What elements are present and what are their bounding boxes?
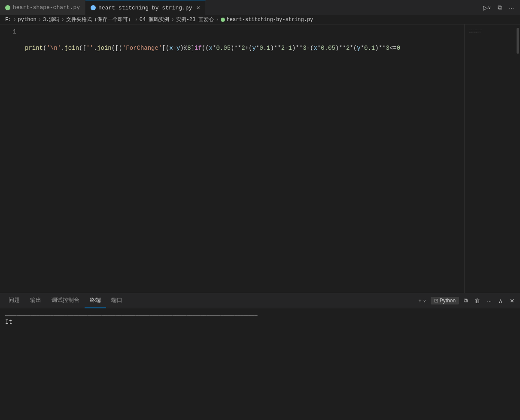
tab-heart-shape-chart[interactable]: heart-shape-chart.py bbox=[0, 0, 85, 15]
plus-icon: + bbox=[418, 298, 422, 304]
line-number-1: 1 bbox=[13, 28, 16, 35]
add-terminal-button[interactable]: + ∨ bbox=[416, 296, 428, 305]
file-icon-tab2 bbox=[91, 5, 96, 10]
terminal-type-button[interactable]: ⊡ Python bbox=[431, 297, 459, 304]
breadcrumb: F: › python › 3.源码 › 文件夹格式（保存一个即可） › 04 … bbox=[0, 15, 520, 24]
panel-maximize-button[interactable]: ∧ bbox=[496, 296, 505, 305]
panel-more-button[interactable]: ··· bbox=[485, 296, 494, 305]
breadcrumb-example-23[interactable]: 实例-23 画爱心 bbox=[176, 16, 214, 23]
scrollbar-thumb[interactable] bbox=[517, 28, 519, 54]
minimap-content: print('\n'.join([''.join [('ForChange'[(… bbox=[465, 24, 516, 38]
breadcrumb-examples[interactable]: 04 源码实例 bbox=[140, 16, 170, 23]
add-chevron-icon: ∨ bbox=[423, 298, 426, 303]
panel-more-icon: ··· bbox=[487, 298, 492, 304]
terminal-separator: ────────────────────────────────────────… bbox=[5, 313, 258, 318]
panel-tab-output[interactable]: 输出 bbox=[25, 293, 46, 308]
more-icon: ··· bbox=[509, 4, 514, 11]
line-numbers: 1 bbox=[0, 24, 21, 293]
split-icon: ⧉ bbox=[498, 4, 502, 11]
panel-tab-debug-label: 调试控制台 bbox=[52, 296, 79, 304]
breadcrumb-sep-3: › bbox=[61, 17, 64, 23]
panel-tab-terminal[interactable]: 终端 bbox=[85, 293, 106, 308]
tab-bar: heart-shape-chart.py heart-stitching-by-… bbox=[0, 0, 520, 15]
panel-tab-terminal-label: 终端 bbox=[90, 296, 101, 304]
trash-icon: 🗑 bbox=[474, 298, 480, 304]
code-line-1: print('\n'.join([''.join([('ForChange'[(… bbox=[25, 44, 464, 52]
panel-close-icon: ✕ bbox=[510, 298, 514, 304]
breadcrumb-sep-4: › bbox=[135, 17, 138, 23]
panel-tab-ports[interactable]: 端口 bbox=[106, 293, 128, 308]
run-button[interactable]: ▷ ∨ bbox=[480, 3, 493, 13]
kill-terminal-button[interactable]: 🗑 bbox=[472, 296, 482, 305]
breadcrumb-sep-1: › bbox=[13, 17, 16, 23]
terminal-text: It bbox=[5, 319, 12, 326]
panel-close-button[interactable]: ✕ bbox=[508, 296, 517, 305]
minimap: print('\n'.join([''.join [('ForChange'[(… bbox=[464, 24, 516, 293]
tab-heart-stitching[interactable]: heart-stitching-by-string.py ✕ bbox=[85, 0, 206, 15]
panel-tab-problems-label: 问题 bbox=[9, 296, 20, 304]
panel-tab-ports-label: 端口 bbox=[111, 296, 122, 304]
tab-label-2: heart-stitching-by-string.py bbox=[98, 5, 192, 11]
terminal-shell-icon: ⊡ bbox=[434, 298, 438, 304]
panel-tab-debug-console[interactable]: 调试控制台 bbox=[46, 293, 85, 308]
breadcrumb-file[interactable]: heart-stitching-by-string.py bbox=[221, 17, 313, 23]
breadcrumb-folder-format[interactable]: 文件夹格式（保存一个即可） bbox=[66, 16, 133, 23]
panel-tab-output-label: 输出 bbox=[30, 296, 41, 304]
terminal-content[interactable]: ────────────────────────────────────────… bbox=[0, 308, 520, 420]
tab-bar-actions: ▷ ∨ ⧉ ··· bbox=[480, 2, 520, 13]
breadcrumb-sep-6: › bbox=[216, 17, 219, 23]
tab-close-button[interactable]: ✕ bbox=[196, 5, 200, 11]
editor-area: 1 print('\n'.join([''.join([('ForChange'… bbox=[0, 24, 520, 293]
run-chevron-icon: ∨ bbox=[488, 5, 491, 10]
panel-tab-problems[interactable]: 问题 bbox=[3, 293, 25, 308]
run-icon: ▷ bbox=[483, 4, 488, 11]
chevron-up-icon: ∧ bbox=[499, 298, 503, 304]
breadcrumb-python[interactable]: python bbox=[18, 17, 36, 23]
tab-label-1: heart-shape-chart.py bbox=[13, 4, 80, 11]
split-terminal-button[interactable]: ⧉ bbox=[462, 296, 470, 305]
panel-tab-bar: 问题 输出 调试控制台 终端 端口 + ∨ ⊡ Python ⧉ bbox=[0, 293, 520, 308]
split-editor-button[interactable]: ⧉ bbox=[495, 2, 505, 13]
breadcrumb-sep-5: › bbox=[171, 17, 174, 23]
split-terminal-icon: ⧉ bbox=[464, 297, 468, 304]
editor-scrollbar[interactable] bbox=[516, 24, 520, 293]
breadcrumb-f[interactable]: F: bbox=[5, 17, 11, 23]
panel-tab-actions: + ∨ ⊡ Python ⧉ 🗑 ··· ∧ ✕ bbox=[416, 296, 517, 305]
breadcrumb-sep-2: › bbox=[38, 17, 41, 23]
file-dot-icon bbox=[221, 18, 225, 22]
bottom-panel: 问题 输出 调试控制台 终端 端口 + ∨ ⊡ Python ⧉ bbox=[0, 293, 520, 420]
breadcrumb-sources[interactable]: 3.源码 bbox=[43, 16, 59, 23]
file-icon-tab1 bbox=[5, 5, 10, 10]
terminal-type-label: Python bbox=[440, 298, 456, 304]
more-actions-button[interactable]: ··· bbox=[506, 3, 517, 13]
code-editor[interactable]: print('\n'.join([''.join([('ForChange'[(… bbox=[21, 24, 464, 293]
